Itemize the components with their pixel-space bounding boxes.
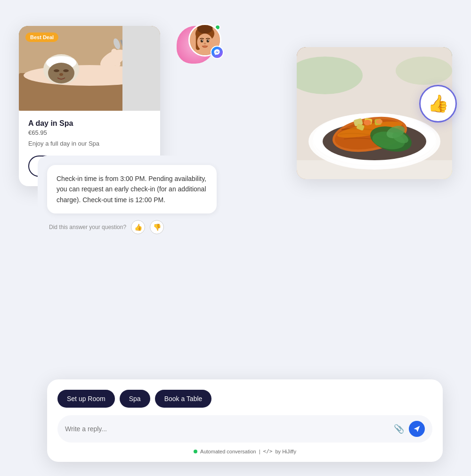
attach-icon[interactable]: 📎 (394, 424, 404, 434)
svg-rect-14 (122, 26, 160, 111)
svg-point-26 (197, 42, 202, 46)
messenger-badge (211, 46, 224, 59)
svg-point-30 (396, 57, 452, 85)
svg-point-44 (376, 119, 382, 124)
svg-point-21 (207, 40, 209, 42)
svg-point-6 (54, 69, 59, 72)
spa-card-desc: Enjoy a full day in our Spa (28, 140, 151, 147)
svg-point-43 (364, 120, 371, 125)
chat-bubble: Check-in time is from 3:00 PM. Pending a… (47, 165, 217, 213)
svg-point-17 (197, 24, 213, 33)
feedback-row: Did this answer your question? 👍 👎 (47, 220, 217, 234)
footer-branding: Automated conversation | </> by HiJiffy (57, 448, 432, 454)
online-dot (194, 450, 197, 453)
thumbs-up-badge: 👍 (419, 85, 457, 123)
avatar-group (188, 24, 221, 58)
spa-card-title: A day in Spa (28, 119, 151, 128)
svg-point-27 (208, 42, 212, 46)
chat-card: Check-in time is from 3:00 PM. Pending a… (38, 156, 226, 244)
main-chat-panel: Set up Room Spa Book a Table 📎 Automated… (47, 379, 443, 462)
footer-code-tag: </> (263, 448, 273, 454)
thumbs-up-button[interactable]: 👍 (131, 220, 145, 234)
svg-point-24 (204, 42, 206, 44)
footer-automated: Automated conversation (200, 449, 256, 454)
svg-point-25 (203, 45, 208, 48)
footer-separator: | (259, 449, 260, 454)
spa-card-image: Best Deal (19, 26, 160, 111)
svg-point-20 (201, 40, 203, 42)
svg-point-7 (63, 69, 69, 72)
svg-rect-47 (297, 160, 452, 179)
chat-input-row: 📎 (57, 415, 432, 443)
quick-actions: Set up Room Spa Book a Table (57, 390, 432, 408)
chat-message-text: Check-in time is from 3:00 PM. Pending a… (57, 175, 206, 204)
book-table-button[interactable]: Book a Table (155, 390, 212, 408)
thumbs-up-icon: 👍 (428, 94, 449, 114)
spa-button[interactable]: Spa (120, 390, 150, 408)
feedback-label: Did this answer your question? (49, 224, 126, 230)
send-button[interactable] (409, 421, 425, 437)
svg-point-22 (202, 40, 203, 41)
footer-brand: by HiJiffy (275, 449, 296, 454)
svg-point-8 (59, 73, 63, 76)
spa-card-price: €65.95 (28, 129, 151, 136)
set-up-room-button[interactable]: Set up Room (57, 390, 115, 408)
best-deal-badge: Best Deal (25, 33, 58, 42)
chat-reply-input[interactable] (65, 425, 389, 433)
svg-point-23 (208, 40, 209, 41)
thumbs-down-button[interactable]: 👎 (150, 220, 164, 234)
